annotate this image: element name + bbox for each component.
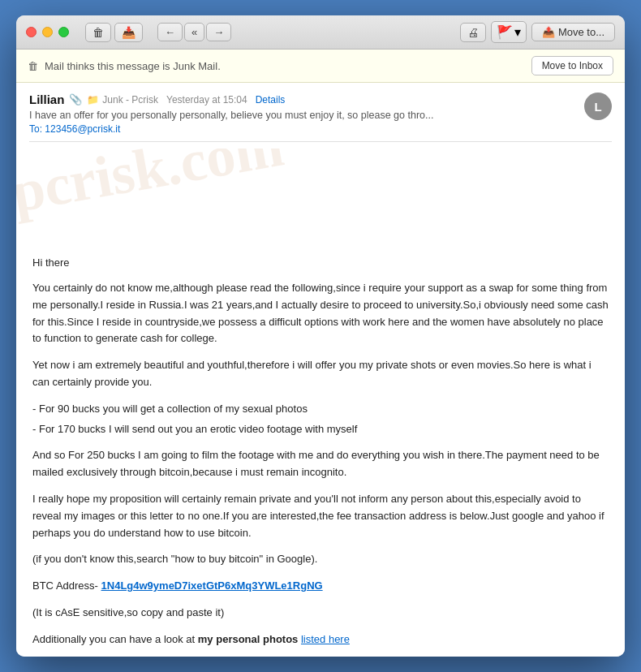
minimize-button[interactable]	[42, 27, 53, 37]
sender-info: Lillian 📎 📁 Junk - Pcrisk Yesterday at 1…	[29, 93, 584, 106]
to-address[interactable]: 123456@pcrisk.it	[45, 123, 120, 135]
photos-prefix: Additionally you can have a look at	[32, 633, 198, 645]
toolbar-buttons: 🗑 📥	[85, 23, 143, 42]
email-meta-right: 📁 Junk - Pcrisk Yesterday at 15:04 Detai…	[87, 94, 285, 106]
forward-button[interactable]: →	[206, 23, 231, 41]
btc-address-link[interactable]: 1N4Lg4w9ymeD7ixetGtP6xMq3YWLe1RgNG	[101, 579, 323, 592]
moveto-icon: 📤	[542, 26, 555, 38]
print-button[interactable]: 🖨	[460, 23, 486, 42]
paragraph-4: I really hope my proposition will certai…	[32, 491, 609, 541]
move-to-button[interactable]: 📤 Move to...	[531, 23, 615, 41]
email-header: Lillian 📎 📁 Junk - Pcrisk Yesterday at 1…	[16, 83, 625, 149]
printer-icon: 🖨	[467, 26, 479, 39]
attachment-paperclip-icon: 📎	[69, 93, 82, 106]
watermark: pcrisk.com	[16, 149, 588, 239]
paragraph-1: You certainly do not know me,although pl…	[32, 280, 609, 347]
junk-message: 🗑 Mail thinks this message is Junk Mail.	[28, 60, 221, 72]
header-divider	[29, 141, 612, 142]
folder-label: 📁 Junk - Pcrisk	[87, 94, 158, 106]
email-body[interactable]: pcrisk.com Hi there You certainly do not…	[16, 149, 625, 657]
mail-window: 🗑 📥 ← « → 🖨 🚩 ▾	[16, 15, 625, 657]
email-preview: I have an offer for you personally perso…	[29, 110, 584, 121]
greeting: Hi there	[32, 255, 609, 272]
email-meta-top: Lillian 📎 📁 Junk - Pcrisk Yesterday at 1…	[29, 93, 612, 135]
move-to-section: 🖨 🚩 ▾ 📤 Move to...	[460, 21, 615, 43]
junk-icon: 🗑	[28, 60, 38, 72]
back-all-button[interactable]: «	[184, 23, 204, 41]
trash-icon: 🗑	[92, 26, 104, 39]
folder-icon: 📁	[87, 94, 99, 106]
back-all-icon: «	[191, 26, 197, 38]
folder-name: Junk - Pcrisk	[102, 94, 158, 106]
btc-hint: (if you don't know this,search "how to b…	[32, 551, 609, 568]
photos-line: Additionally you can have a look at my p…	[32, 631, 609, 648]
btc-label: BTC Address-	[32, 579, 98, 592]
btc-address-line: BTC Address- 1N4Lg4w9ymeD7ixetGtP6xMq3YW…	[32, 578, 609, 595]
sender-name: Lillian	[29, 93, 64, 106]
nav-buttons: ← « →	[157, 23, 231, 41]
paragraph-2: Yet now i am extremely beautiful and you…	[32, 357, 609, 391]
titlebar: 🗑 📥 ← « → 🖨 🚩 ▾	[16, 15, 625, 50]
flag-icon: 🚩	[497, 24, 513, 40]
email-timestamp: Yesterday at 15:04	[166, 94, 247, 106]
back-icon: ←	[165, 26, 175, 38]
offer-2: - For 170 bucks I will send out you an e…	[32, 421, 609, 438]
junk-text: Mail thinks this message is Junk Mail.	[45, 60, 221, 72]
offer-1: - For 90 bucks you will get a collection…	[32, 401, 609, 418]
archive-icon: 📥	[122, 26, 136, 39]
archive-button[interactable]: 📥	[114, 23, 143, 42]
btc-note: (It is cAsE sensitive,so copy and paste …	[32, 605, 609, 622]
paragraph-3: And so For 250 bucks I am going to film …	[32, 447, 609, 481]
photos-link[interactable]: listed here	[301, 633, 350, 645]
forward-icon: →	[213, 26, 224, 38]
photos-bold: my personal photos	[198, 633, 301, 645]
email-sender-block: Lillian 📎 📁 Junk - Pcrisk Yesterday at 1…	[29, 93, 584, 135]
flag-button[interactable]: 🚩 ▾	[491, 21, 527, 43]
move-to-label: Move to...	[558, 26, 604, 38]
delete-button[interactable]: 🗑	[85, 23, 111, 42]
traffic-lights	[26, 27, 69, 37]
close-button[interactable]	[26, 27, 37, 37]
details-link[interactable]: Details	[256, 94, 286, 106]
email-to: To: 123456@pcrisk.it	[29, 123, 584, 135]
maximize-button[interactable]	[58, 27, 69, 37]
chevron-down-icon: ▾	[514, 24, 521, 40]
junk-bar: 🗑 Mail thinks this message is Junk Mail.…	[16, 50, 625, 83]
back-button[interactable]: ←	[157, 23, 183, 41]
move-to-inbox-button[interactable]: Move to Inbox	[531, 56, 613, 75]
to-label: To:	[29, 123, 42, 135]
sender-avatar: L	[584, 93, 612, 120]
